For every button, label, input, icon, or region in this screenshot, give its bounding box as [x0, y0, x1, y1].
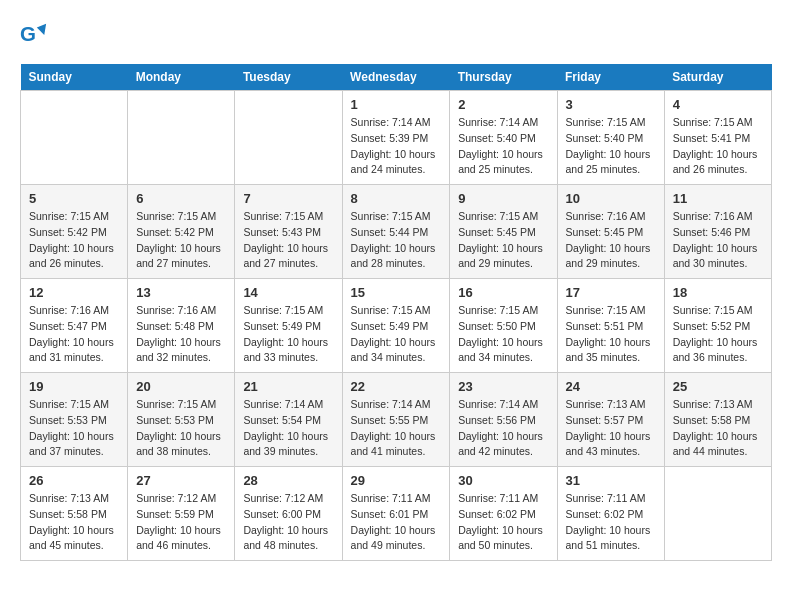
day-number: 19 — [29, 379, 119, 394]
day-info: Sunrise: 7:11 AMSunset: 6:02 PMDaylight:… — [458, 491, 548, 554]
calendar-week-row: 1Sunrise: 7:14 AMSunset: 5:39 PMDaylight… — [21, 91, 772, 185]
day-info: Sunrise: 7:16 AMSunset: 5:46 PMDaylight:… — [673, 209, 763, 272]
calendar-cell: 23Sunrise: 7:14 AMSunset: 5:56 PMDayligh… — [450, 373, 557, 467]
calendar-table: SundayMondayTuesdayWednesdayThursdayFrid… — [20, 64, 772, 561]
day-number: 30 — [458, 473, 548, 488]
calendar-cell: 9Sunrise: 7:15 AMSunset: 5:45 PMDaylight… — [450, 185, 557, 279]
day-header-tuesday: Tuesday — [235, 64, 342, 91]
calendar-cell: 3Sunrise: 7:15 AMSunset: 5:40 PMDaylight… — [557, 91, 664, 185]
day-number: 9 — [458, 191, 548, 206]
day-info: Sunrise: 7:14 AMSunset: 5:55 PMDaylight:… — [351, 397, 442, 460]
day-number: 27 — [136, 473, 226, 488]
day-number: 20 — [136, 379, 226, 394]
day-number: 24 — [566, 379, 656, 394]
day-info: Sunrise: 7:15 AMSunset: 5:52 PMDaylight:… — [673, 303, 763, 366]
day-number: 13 — [136, 285, 226, 300]
calendar-cell: 30Sunrise: 7:11 AMSunset: 6:02 PMDayligh… — [450, 467, 557, 561]
calendar-cell: 31Sunrise: 7:11 AMSunset: 6:02 PMDayligh… — [557, 467, 664, 561]
day-info: Sunrise: 7:15 AMSunset: 5:43 PMDaylight:… — [243, 209, 333, 272]
day-info: Sunrise: 7:15 AMSunset: 5:49 PMDaylight:… — [243, 303, 333, 366]
calendar-cell: 25Sunrise: 7:13 AMSunset: 5:58 PMDayligh… — [664, 373, 771, 467]
day-number: 22 — [351, 379, 442, 394]
day-info: Sunrise: 7:16 AMSunset: 5:48 PMDaylight:… — [136, 303, 226, 366]
day-number: 18 — [673, 285, 763, 300]
day-number: 23 — [458, 379, 548, 394]
day-info: Sunrise: 7:15 AMSunset: 5:42 PMDaylight:… — [136, 209, 226, 272]
svg-text:G: G — [20, 22, 36, 45]
day-number: 6 — [136, 191, 226, 206]
day-info: Sunrise: 7:11 AMSunset: 6:01 PMDaylight:… — [351, 491, 442, 554]
day-info: Sunrise: 7:12 AMSunset: 6:00 PMDaylight:… — [243, 491, 333, 554]
day-info: Sunrise: 7:15 AMSunset: 5:45 PMDaylight:… — [458, 209, 548, 272]
day-number: 28 — [243, 473, 333, 488]
calendar-cell — [21, 91, 128, 185]
day-info: Sunrise: 7:14 AMSunset: 5:40 PMDaylight:… — [458, 115, 548, 178]
day-info: Sunrise: 7:15 AMSunset: 5:44 PMDaylight:… — [351, 209, 442, 272]
day-header-thursday: Thursday — [450, 64, 557, 91]
calendar-cell — [128, 91, 235, 185]
day-number: 16 — [458, 285, 548, 300]
day-info: Sunrise: 7:15 AMSunset: 5:41 PMDaylight:… — [673, 115, 763, 178]
day-number: 8 — [351, 191, 442, 206]
day-info: Sunrise: 7:16 AMSunset: 5:45 PMDaylight:… — [566, 209, 656, 272]
day-number: 10 — [566, 191, 656, 206]
day-info: Sunrise: 7:14 AMSunset: 5:39 PMDaylight:… — [351, 115, 442, 178]
calendar-cell: 28Sunrise: 7:12 AMSunset: 6:00 PMDayligh… — [235, 467, 342, 561]
day-number: 11 — [673, 191, 763, 206]
calendar-cell: 24Sunrise: 7:13 AMSunset: 5:57 PMDayligh… — [557, 373, 664, 467]
calendar-cell: 19Sunrise: 7:15 AMSunset: 5:53 PMDayligh… — [21, 373, 128, 467]
day-number: 1 — [351, 97, 442, 112]
day-number: 29 — [351, 473, 442, 488]
calendar-week-row: 26Sunrise: 7:13 AMSunset: 5:58 PMDayligh… — [21, 467, 772, 561]
day-number: 14 — [243, 285, 333, 300]
calendar-cell: 11Sunrise: 7:16 AMSunset: 5:46 PMDayligh… — [664, 185, 771, 279]
day-info: Sunrise: 7:15 AMSunset: 5:49 PMDaylight:… — [351, 303, 442, 366]
calendar-cell: 1Sunrise: 7:14 AMSunset: 5:39 PMDaylight… — [342, 91, 450, 185]
calendar-cell: 13Sunrise: 7:16 AMSunset: 5:48 PMDayligh… — [128, 279, 235, 373]
day-header-friday: Friday — [557, 64, 664, 91]
day-info: Sunrise: 7:15 AMSunset: 5:53 PMDaylight:… — [29, 397, 119, 460]
calendar-cell: 6Sunrise: 7:15 AMSunset: 5:42 PMDaylight… — [128, 185, 235, 279]
calendar-cell: 2Sunrise: 7:14 AMSunset: 5:40 PMDaylight… — [450, 91, 557, 185]
day-number: 4 — [673, 97, 763, 112]
calendar-cell: 21Sunrise: 7:14 AMSunset: 5:54 PMDayligh… — [235, 373, 342, 467]
day-info: Sunrise: 7:15 AMSunset: 5:51 PMDaylight:… — [566, 303, 656, 366]
day-header-saturday: Saturday — [664, 64, 771, 91]
day-number: 26 — [29, 473, 119, 488]
day-number: 21 — [243, 379, 333, 394]
calendar-cell: 20Sunrise: 7:15 AMSunset: 5:53 PMDayligh… — [128, 373, 235, 467]
calendar-cell: 8Sunrise: 7:15 AMSunset: 5:44 PMDaylight… — [342, 185, 450, 279]
day-number: 15 — [351, 285, 442, 300]
calendar-cell: 15Sunrise: 7:15 AMSunset: 5:49 PMDayligh… — [342, 279, 450, 373]
day-info: Sunrise: 7:14 AMSunset: 5:56 PMDaylight:… — [458, 397, 548, 460]
logo: G — [20, 20, 52, 48]
calendar-header-row: SundayMondayTuesdayWednesdayThursdayFrid… — [21, 64, 772, 91]
calendar-cell — [664, 467, 771, 561]
calendar-cell: 26Sunrise: 7:13 AMSunset: 5:58 PMDayligh… — [21, 467, 128, 561]
day-info: Sunrise: 7:15 AMSunset: 5:42 PMDaylight:… — [29, 209, 119, 272]
day-info: Sunrise: 7:15 AMSunset: 5:50 PMDaylight:… — [458, 303, 548, 366]
day-number: 12 — [29, 285, 119, 300]
day-number: 2 — [458, 97, 548, 112]
day-header-sunday: Sunday — [21, 64, 128, 91]
day-header-wednesday: Wednesday — [342, 64, 450, 91]
day-info: Sunrise: 7:13 AMSunset: 5:58 PMDaylight:… — [673, 397, 763, 460]
day-number: 17 — [566, 285, 656, 300]
day-number: 25 — [673, 379, 763, 394]
day-header-monday: Monday — [128, 64, 235, 91]
calendar-cell: 18Sunrise: 7:15 AMSunset: 5:52 PMDayligh… — [664, 279, 771, 373]
day-number: 5 — [29, 191, 119, 206]
day-info: Sunrise: 7:15 AMSunset: 5:40 PMDaylight:… — [566, 115, 656, 178]
day-info: Sunrise: 7:13 AMSunset: 5:57 PMDaylight:… — [566, 397, 656, 460]
calendar-week-row: 5Sunrise: 7:15 AMSunset: 5:42 PMDaylight… — [21, 185, 772, 279]
calendar-cell: 12Sunrise: 7:16 AMSunset: 5:47 PMDayligh… — [21, 279, 128, 373]
day-info: Sunrise: 7:14 AMSunset: 5:54 PMDaylight:… — [243, 397, 333, 460]
day-info: Sunrise: 7:11 AMSunset: 6:02 PMDaylight:… — [566, 491, 656, 554]
calendar-cell: 16Sunrise: 7:15 AMSunset: 5:50 PMDayligh… — [450, 279, 557, 373]
calendar-cell: 29Sunrise: 7:11 AMSunset: 6:01 PMDayligh… — [342, 467, 450, 561]
day-number: 7 — [243, 191, 333, 206]
calendar-cell: 27Sunrise: 7:12 AMSunset: 5:59 PMDayligh… — [128, 467, 235, 561]
day-number: 31 — [566, 473, 656, 488]
calendar-week-row: 19Sunrise: 7:15 AMSunset: 5:53 PMDayligh… — [21, 373, 772, 467]
calendar-week-row: 12Sunrise: 7:16 AMSunset: 5:47 PMDayligh… — [21, 279, 772, 373]
